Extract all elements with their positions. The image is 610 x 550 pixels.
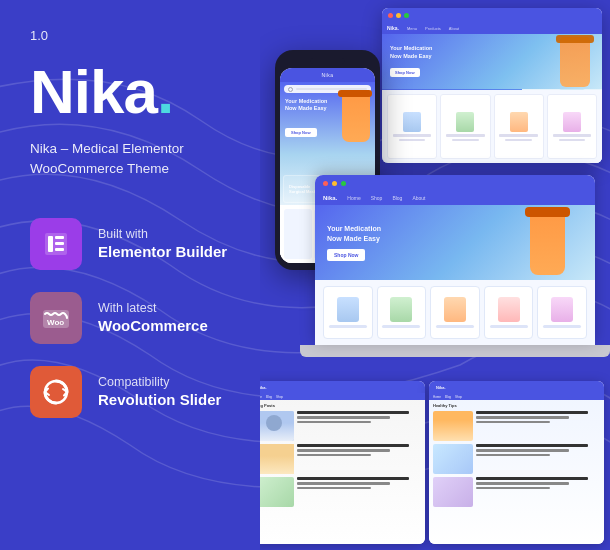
svg-rect-3 [55,242,64,245]
laptop-dot-red [323,181,328,186]
feature-elementor: Built with Elementor Builder [30,218,255,270]
bottom-screenshot-right: Nika. Home Blog Shop Healthy Tips [429,381,604,544]
svg-rect-4 [55,248,64,251]
woo-icon-bg: Woo [30,292,82,344]
bottom-screenshots: Nika. Home Blog Shop Blog Posts [260,375,610,550]
svg-text:Woo: Woo [47,318,64,327]
woo-icon: Woo [41,303,71,333]
svg-rect-2 [55,236,64,239]
phone-bar-text: Nika [321,72,333,78]
desktop-screenshot: Nika. Menu Products About Your Medicatio… [382,8,602,163]
tagline: Nika – Medical ElementorWooCommerce Them… [30,139,255,180]
elementor-text: Built with Elementor Builder [98,227,227,260]
bs-bar-right: Nika. [429,381,604,393]
logo: Nika. [30,61,255,123]
laptop-mockup: Nika. Home Shop Blog About Your Medicati… [300,175,610,375]
elementor-label: Built with [98,227,227,241]
laptop-dot-yellow [332,181,337,186]
laptop-bar [315,175,595,191]
bs-content-right: Home Blog Shop Healthy Tips [429,393,604,544]
screen-content: Nika. Menu Products About Your Medicatio… [382,22,602,163]
revolution-name: Revolution Slider [98,391,221,408]
dot-red [388,13,393,18]
revolution-icon [41,377,71,407]
elementor-name: Elementor Builder [98,243,227,260]
revolution-text: Compatibility Revolution Slider [98,375,221,408]
woo-name: WooCommerce [98,317,208,334]
logo-text: Nika [30,57,157,126]
logo-dot: . [157,57,173,126]
phone-notch [310,58,345,64]
bottom-screenshot-left: Nika. Home Blog Shop Blog Posts [260,381,425,544]
version-label: 1.0 [30,28,255,43]
features-list: Built with Elementor Builder Woo With la… [30,218,255,418]
feature-woocommerce: Woo With latest WooCommerce [30,292,255,344]
revolution-label: Compatibility [98,375,221,389]
woo-label: With latest [98,301,208,315]
screen-bar [382,8,602,22]
elementor-icon [41,229,71,259]
dot-yellow [396,13,401,18]
laptop-base [300,345,610,357]
laptop-dot-green [341,181,346,186]
woocommerce-text: With latest WooCommerce [98,301,208,334]
dot-green [404,13,409,18]
laptop-content: Nika. Home Shop Blog About Your Medicati… [315,191,595,345]
phone-bar: Nika [280,68,375,82]
svg-rect-1 [48,236,53,252]
revolution-icon-bg [30,366,82,418]
left-panel: 1.0 Nika. Nika – Medical ElementorWooCom… [0,0,285,550]
bs-bar-left: Nika. [260,381,425,393]
phone-hero: Your MedicationNow Made Easy [285,98,327,112]
bs-content-left: Home Blog Shop Blog Posts [260,393,425,544]
laptop-screen: Nika. Home Shop Blog About Your Medicati… [315,175,595,345]
right-panel: Nika. Menu Products About Your Medicatio… [260,0,610,550]
feature-revolution: Compatibility Revolution Slider [30,366,255,418]
elementor-icon-bg [30,218,82,270]
